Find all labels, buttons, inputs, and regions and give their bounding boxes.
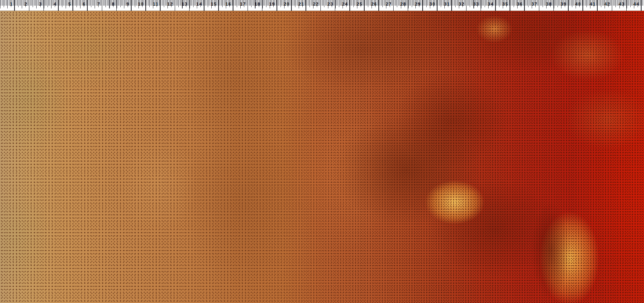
ruler-number: 7 bbox=[87, 2, 100, 6]
ruler-number: 39 bbox=[554, 2, 567, 6]
ruler-number: 38 bbox=[539, 2, 552, 6]
ruler-number: 13 bbox=[175, 2, 188, 6]
ruler-number: 17 bbox=[233, 2, 246, 6]
fabric-swatch bbox=[0, 11, 644, 303]
ruler-number: 44 bbox=[627, 2, 640, 6]
ruler-number: 43 bbox=[612, 2, 625, 6]
ruler-number: 34 bbox=[481, 2, 494, 6]
ruler-number: 36 bbox=[510, 2, 523, 6]
ruler-number: 27 bbox=[379, 2, 392, 6]
ruler-number: 22 bbox=[306, 2, 319, 6]
ruler-number: 16 bbox=[219, 2, 231, 6]
ruler-number: 21 bbox=[291, 2, 304, 6]
ruler-number: 1 bbox=[0, 2, 13, 6]
ruler-number: 26 bbox=[364, 2, 377, 6]
ruler-number: 11 bbox=[146, 2, 159, 6]
fabric-dot-texture-dense-layer bbox=[0, 11, 644, 303]
ruler-number: 25 bbox=[350, 2, 363, 6]
ruler-number: 14 bbox=[190, 2, 202, 6]
ruler-number: 41 bbox=[583, 2, 596, 6]
ruler-number: 40 bbox=[568, 2, 581, 6]
ruler-number: 3 bbox=[29, 2, 42, 6]
ruler-number: 9 bbox=[117, 2, 130, 6]
fabric-product-image: 1234567891011121314151617181920212223242… bbox=[0, 0, 644, 303]
ruler-number: 42 bbox=[597, 2, 610, 6]
ruler-number: 32 bbox=[452, 2, 464, 6]
ruler-number: 8 bbox=[102, 2, 115, 6]
ruler-number: 33 bbox=[466, 2, 479, 6]
ruler-number: 12 bbox=[160, 2, 173, 6]
ruler-number: 24 bbox=[335, 2, 348, 6]
ruler-number: 10 bbox=[131, 2, 144, 6]
ruler-number: 35 bbox=[495, 2, 508, 6]
ruler-number: 28 bbox=[394, 2, 407, 6]
ruler-number: 30 bbox=[423, 2, 436, 6]
ruler-number: 2 bbox=[14, 2, 27, 6]
ruler: 1234567891011121314151617181920212223242… bbox=[0, 0, 644, 11]
ruler-number: 6 bbox=[73, 2, 86, 6]
ruler-inch-tick bbox=[641, 0, 642, 11]
ruler-number: 23 bbox=[321, 2, 334, 6]
ruler-number: 18 bbox=[248, 2, 261, 6]
ruler-number: 19 bbox=[262, 2, 275, 6]
ruler-number: 29 bbox=[408, 2, 421, 6]
ruler-number: 37 bbox=[524, 2, 537, 6]
ruler-number: 31 bbox=[437, 2, 450, 6]
ruler-number: 4 bbox=[44, 2, 57, 6]
ruler-number: 20 bbox=[277, 2, 290, 6]
ruler-number: 15 bbox=[204, 2, 217, 6]
ruler-number: 5 bbox=[58, 2, 71, 6]
